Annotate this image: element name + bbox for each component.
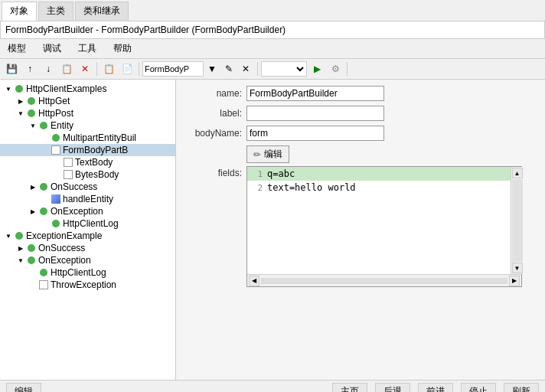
bottom-back-btn[interactable]: 后退 [375, 383, 410, 392]
label-input[interactable] [246, 106, 384, 121]
icon-onSuccess1 [38, 181, 49, 192]
type-dropdown[interactable] [261, 61, 307, 77]
dropdown-input[interactable] [142, 61, 204, 77]
icon-httpClientLog2 [38, 267, 49, 278]
close-icon-btn[interactable]: ✕ [237, 60, 254, 77]
icon-throwException [38, 279, 49, 290]
toolbar: 💾 ↑ ↓ 📋 ✕ 📋 📄 ▼ ✎ ✕ ▶ ⚙ [0, 59, 545, 80]
icon-bytesBody [63, 169, 73, 180]
scroll-up-btn[interactable]: ▲ [512, 168, 523, 178]
bottom-stop-btn[interactable]: 停止 [461, 383, 496, 392]
move-down-button[interactable]: ↓ [40, 60, 57, 77]
tree-item-httpGet[interactable]: ▶ HttpGet [0, 95, 175, 107]
menu-tools[interactable]: 工具 [73, 41, 101, 57]
arrow-onException1: ▶ [28, 206, 38, 217]
arrow-httpGet: ▶ [15, 96, 26, 106]
label-textBody: TextBody [75, 157, 113, 168]
bottom-toolbar: 编辑 主页 后退 前进 停止 刷新 [0, 380, 545, 392]
tree-item-multipartEntityBuilder[interactable]: ▶ MultipartEntityBuil [0, 132, 175, 144]
edit-button-label: 编辑 [264, 148, 282, 161]
menu-debug[interactable]: 调试 [38, 41, 66, 57]
icon-httpClientLog1 [51, 218, 61, 229]
name-row: name: [185, 86, 536, 101]
bottom-forward-btn[interactable]: 前进 [418, 383, 453, 392]
stop-button[interactable]: ⚙ [327, 60, 344, 77]
bottom-home-btn[interactable]: 主页 [332, 383, 367, 392]
title-text: FormBodyPartBuilder - FormBodyPartBuilde… [5, 24, 286, 35]
arrow-httpClientExamples: ▼ [3, 83, 14, 94]
label-httpClientLog1: HttpClientLog [63, 218, 119, 229]
sep4 [347, 62, 348, 76]
main-content: ▼ HttpClientExamples ▶ HttpGet ▼ HttpPos… [0, 80, 545, 380]
tab-mainclass[interactable]: 主类 [38, 2, 73, 21]
arrow-entity: ▼ [28, 120, 38, 131]
scroll-right-btn[interactable]: ▶ [509, 276, 520, 286]
tree-item-throwException[interactable]: ▶ ThrowException [0, 279, 175, 291]
icon-multipart [51, 132, 61, 143]
paste-button[interactable]: 📋 [100, 60, 117, 77]
run-button[interactable]: ▶ [308, 60, 325, 77]
tab-object[interactable]: 对象 [2, 2, 37, 21]
vscrollbar: ▲ ▼ [511, 167, 523, 274]
dropdown-combo: ▼ ✎ ✕ [142, 60, 254, 77]
icon-httpPost [26, 108, 37, 119]
tree-item-entity[interactable]: ▼ Entity [0, 119, 175, 132]
label-httpClientExamples: HttpClientExamples [26, 83, 106, 94]
label-handleEntity: handleEntity [63, 194, 113, 204]
tree-item-bytesBody[interactable]: ▶ BytesBody [0, 168, 175, 181]
dropdown-arrow-btn[interactable]: ▼ [204, 60, 220, 77]
tree-item-onException2[interactable]: ▼ OnException [0, 254, 175, 266]
edit-icon-btn[interactable]: ✎ [220, 60, 237, 77]
label-row: label: [185, 106, 536, 121]
line-num-1: 1 [250, 169, 263, 179]
fields-area: fields: 1 q=abc 2 text=hello world ▲ [185, 166, 536, 287]
fields-line-1: 1 q=abc [247, 167, 511, 181]
delete-button[interactable]: ✕ [77, 60, 93, 77]
copy-button[interactable]: 📋 [58, 60, 75, 77]
scroll-left-btn[interactable]: ◀ [249, 276, 259, 286]
tree-item-httpClientLog1[interactable]: ▶ HttpClientLog [0, 217, 175, 230]
edit-button[interactable]: ✏ 编辑 [246, 145, 289, 163]
menu-model[interactable]: 模型 [3, 41, 31, 57]
copy2-button[interactable]: 📄 [119, 60, 135, 77]
label-onSuccess1: OnSuccess [51, 181, 97, 192]
name-input[interactable] [246, 86, 384, 101]
label-httpPost: HttpPost [38, 108, 73, 119]
label-exceptionExample: ExceptionExample [26, 230, 102, 241]
tree-item-handleEntity[interactable]: ▶ handleEntity [0, 193, 175, 205]
move-up-button[interactable]: ↑ [21, 60, 38, 77]
tree-item-httpPost[interactable]: ▼ HttpPost [0, 107, 175, 119]
bottom-edit-btn[interactable]: 编辑 [6, 383, 41, 392]
icon-textBody [63, 157, 73, 168]
bottom-refresh-btn[interactable]: 刷新 [504, 383, 539, 392]
save-button[interactable]: 💾 [3, 60, 20, 77]
tree-item-onSuccess2[interactable]: ▶ OnSuccess [0, 242, 175, 254]
tree-item-httpClientLog2[interactable]: ▶ HttpClientLog [0, 266, 175, 279]
line-text-1: q=abc [267, 168, 295, 179]
icon-httpGet [26, 96, 37, 106]
label-onSuccess2: OnSuccess [38, 243, 85, 253]
scroll-down-btn[interactable]: ▼ [512, 263, 523, 273]
label-label: label: [185, 108, 246, 119]
fields-editor[interactable]: 1 q=abc 2 text=hello world ▲ ▼ [247, 167, 523, 274]
sep2 [139, 62, 139, 76]
tab-class-inheritance[interactable]: 类和继承 [75, 2, 129, 21]
icon-entity [38, 120, 49, 131]
tree-item-exceptionExample[interactable]: ▼ ExceptionExample [0, 230, 175, 242]
label-multipart: MultipartEntityBuil [63, 132, 136, 143]
hscrollbar: ◀ ▶ [247, 274, 521, 286]
icon-onSuccess2 [26, 243, 37, 253]
label-httpClientLog2: HttpClientLog [51, 267, 106, 278]
name-label: name: [185, 88, 246, 99]
tree-item-onSuccess1[interactable]: ▶ OnSuccess [0, 181, 175, 193]
top-tabs-container: 对象 主类 类和继承 [0, 0, 545, 21]
menu-help[interactable]: 帮助 [109, 41, 136, 57]
bodyName-input[interactable] [246, 126, 384, 141]
icon-onException1 [38, 206, 49, 217]
label-bytesBody: BytesBody [75, 169, 119, 180]
tree-item-formBodyPartBuilder[interactable]: ▶ FormBodyPartB [0, 144, 175, 156]
tree-item-httpClientExamples[interactable]: ▼ HttpClientExamples [0, 83, 175, 95]
tree-item-onException1[interactable]: ▶ OnException [0, 205, 175, 217]
label-httpGet: HttpGet [38, 96, 70, 106]
tree-item-textBody[interactable]: ▶ TextBody [0, 156, 175, 168]
